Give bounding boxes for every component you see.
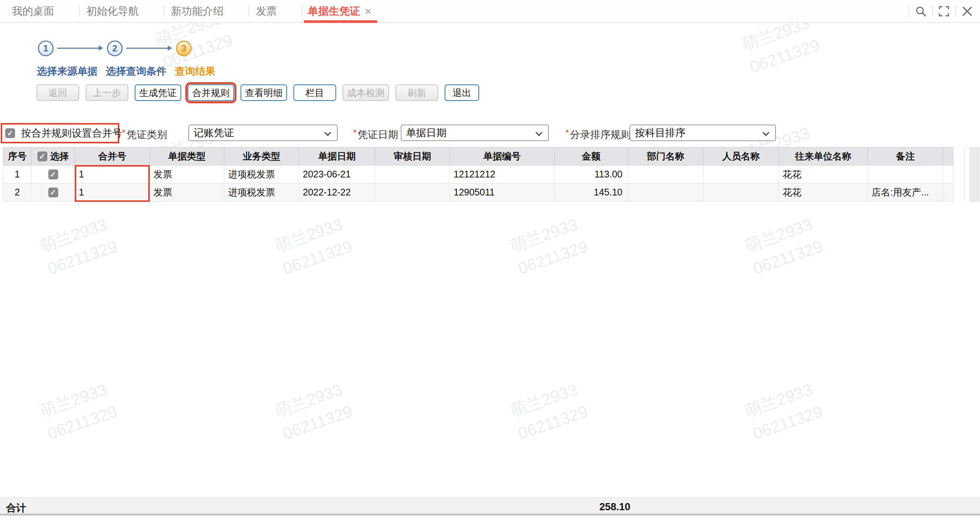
select-voucher-type[interactable]: 记账凭证 xyxy=(188,124,338,141)
table-header-row: 序号✓选择合并号单据类型业务类型单据日期审核日期单据编号金额部门名称人员名称往来… xyxy=(3,148,953,165)
watermark-line2: 06211329 xyxy=(280,399,356,445)
select-entry-sort-rule[interactable]: 按科目排序 xyxy=(630,124,776,141)
select-voucher-date[interactable]: 单据日期 xyxy=(401,124,549,141)
select-all-checkbox[interactable]: ✓ xyxy=(38,151,47,161)
toolbar-button-columns[interactable]: 栏目 xyxy=(293,84,336,101)
cell-audit_date xyxy=(375,183,450,202)
filter-bar: ✓ 按合并规则设置合并号 *凭证类别记账凭证*凭证日期单据日期*分录排序规则按科… xyxy=(0,123,980,146)
watermark-line2: 06211329 xyxy=(515,234,591,280)
column-header-doc_date: 单据日期 xyxy=(299,148,375,165)
merge-rule-checkbox-label: 按合并规则设置合并号 xyxy=(21,126,123,140)
column-header-spacer xyxy=(943,148,953,165)
cell-amount: 145.10 xyxy=(555,183,628,202)
required-asterisk: * xyxy=(122,127,125,138)
cell-doc_type: 发票 xyxy=(150,183,224,202)
watermark: 萌兰293306211329 xyxy=(37,211,121,280)
watermark: 萌兰293306211329 xyxy=(507,211,591,280)
cell-partner: 花花 xyxy=(779,183,868,202)
tab-new-features[interactable]: 新功能介绍 xyxy=(164,0,248,22)
tab-label: 单据生凭证 xyxy=(308,4,360,18)
merge-rule-checkbox[interactable]: ✓ xyxy=(5,128,15,138)
column-header-doc_type: 单据类型 xyxy=(150,148,224,165)
filter-label-entry-sort-rule: *分录排序规则 xyxy=(565,127,631,142)
cell-remark xyxy=(868,165,943,183)
toolbar-button-view-detail[interactable]: 查看明细 xyxy=(240,84,287,101)
step-circle-select-source-doc: 1 xyxy=(38,41,54,56)
tab-label: 发票 xyxy=(256,4,277,18)
select-voucher-type-value: 记账凭证 xyxy=(194,126,234,140)
table-row: 2✓1发票进项税发票2022-12-2212905011145.10花花店名:用… xyxy=(3,183,953,202)
cell-merge_no: 1 xyxy=(75,183,150,202)
row-checkbox[interactable]: ✓ xyxy=(48,188,58,197)
vertical-scrollbar[interactable] xyxy=(969,147,979,202)
tab-doc-to-voucher[interactable]: 单据生凭证× xyxy=(302,0,379,22)
toolbar-button-generate-voucher[interactable]: 生成凭证 xyxy=(135,84,181,101)
merge-rule-checkbox-group: ✓ 按合并规则设置合并号 xyxy=(1,123,119,143)
tab-label: 新功能介绍 xyxy=(171,4,224,18)
row-select-wrap: ✓ xyxy=(32,188,75,197)
watermark-line1: 萌兰2933 xyxy=(272,211,348,258)
cell-amount: 113.00 xyxy=(555,165,628,183)
column-header-audit_date: 审核日期 xyxy=(375,148,450,165)
watermark: 萌兰293306211329 xyxy=(272,211,356,280)
watermark: 萌兰293306211329 xyxy=(272,377,356,445)
result-table: 序号✓选择合并号单据类型业务类型单据日期审核日期单据编号金额部门名称人员名称往来… xyxy=(3,147,953,202)
cell-spacer xyxy=(943,183,953,202)
watermark-line2: 06211329 xyxy=(749,234,826,280)
watermark-line1: 萌兰2933 xyxy=(742,377,818,423)
select-voucher-date-value: 单据日期 xyxy=(406,126,447,140)
cell-dept xyxy=(628,183,703,202)
cell-biz_type: 进项税发票 xyxy=(224,183,299,202)
column-header-seq: 序号 xyxy=(3,148,32,165)
toolbar-button-exit[interactable]: 退出 xyxy=(445,84,479,101)
cell-dept xyxy=(628,165,703,183)
watermark-line2: 06211329 xyxy=(515,399,591,445)
total-bar: 合计 258.10 xyxy=(0,498,980,515)
watermark-line2: 06211329 xyxy=(44,234,121,280)
step-circle-query-result: 3 xyxy=(176,41,192,56)
filter-label-voucher-type: *凭证类别 xyxy=(122,127,167,142)
step-circle-select-query-condition: 2 xyxy=(107,41,123,56)
cell-audit_date xyxy=(375,165,450,183)
column-header-remark: 备注 xyxy=(868,148,943,165)
cell-select: ✓ xyxy=(32,183,75,202)
cell-select: ✓ xyxy=(32,165,75,183)
watermark-line2: 06211329 xyxy=(747,33,823,79)
chevron-down-icon xyxy=(535,129,542,136)
cell-seq: 2 xyxy=(3,183,32,202)
tab-init-navigation[interactable]: 初始化导航 xyxy=(80,0,164,22)
cell-doc_type: 发票 xyxy=(150,165,224,183)
toolbar-button-cost-check: 成本检测 xyxy=(342,84,389,101)
chevron-down-icon xyxy=(324,129,331,136)
cell-biz_type: 进项税发票 xyxy=(224,165,299,183)
toolbar-button-merge-rules[interactable]: 合并规则 xyxy=(188,84,234,101)
tab-close-icon[interactable]: × xyxy=(365,5,372,17)
tab-label: 我的桌面 xyxy=(12,4,54,18)
required-asterisk: * xyxy=(565,127,569,138)
tab-invoice[interactable]: 发票 xyxy=(249,0,302,22)
watermark: 萌兰293306211329 xyxy=(742,211,826,280)
select-entry-sort-rule-value: 按科目排序 xyxy=(635,126,686,140)
column-header-select: ✓选择 xyxy=(32,148,75,165)
cell-doc_date: 2023-06-21 xyxy=(299,165,375,183)
search-icon[interactable] xyxy=(910,0,932,22)
cell-doc_no: 12905011 xyxy=(450,183,555,202)
tab-my-desktop[interactable]: 我的桌面 xyxy=(5,0,79,22)
step-label-select-query-condition: 选择查询条件 xyxy=(106,65,167,78)
cell-partner: 花花 xyxy=(779,165,868,183)
watermark-line2: 06211329 xyxy=(280,234,356,280)
fullscreen-icon[interactable] xyxy=(933,0,955,22)
tab-list: 我的桌面初始化导航新功能介绍发票单据生凭证× xyxy=(5,0,379,22)
column-header-biz_type: 业务类型 xyxy=(224,148,299,165)
close-icon[interactable] xyxy=(956,0,978,22)
column-header-amount: 金额 xyxy=(555,148,628,165)
select-all-group: ✓选择 xyxy=(32,150,75,162)
watermark-line2: 06211329 xyxy=(749,399,826,445)
column-header-dept: 部门名称 xyxy=(628,148,703,165)
column-header-person: 人员名称 xyxy=(703,148,779,165)
toolbar: 返回上一步生成凭证合并规则查看明细栏目成本检测刷新退出 xyxy=(37,84,479,101)
toolbar-button-refresh: 刷新 xyxy=(395,84,438,101)
app-window: 萌兰293306211329萌兰293306211329萌兰2933062113… xyxy=(0,0,980,520)
step-label-select-source-doc: 选择来源单据 xyxy=(37,65,97,78)
row-checkbox[interactable]: ✓ xyxy=(48,170,58,179)
